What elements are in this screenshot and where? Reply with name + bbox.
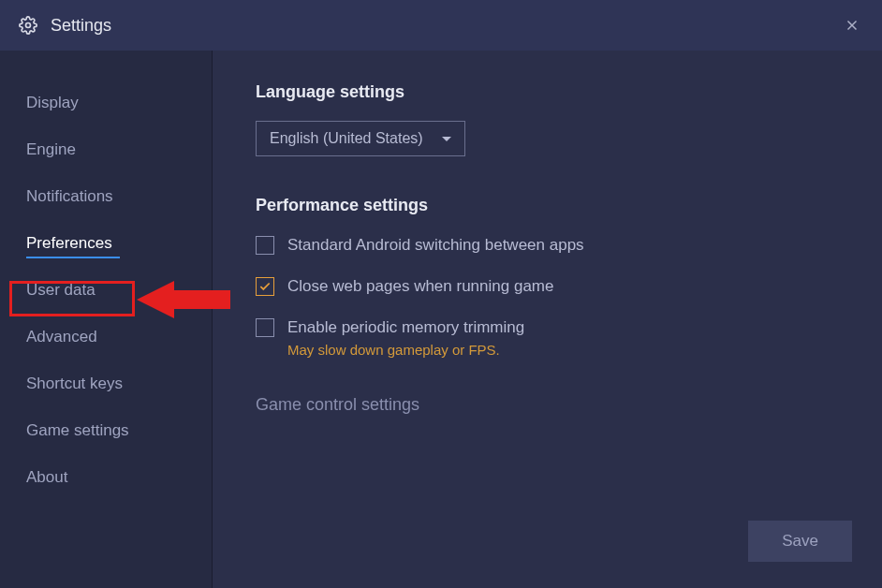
sidebar-item-user-data[interactable]: User data	[0, 270, 212, 311]
sidebar-item-shortcut-keys[interactable]: Shortcut keys	[0, 363, 212, 404]
gear-icon	[19, 16, 37, 35]
main-panel: Language settings English (United States…	[213, 51, 882, 588]
titlebar: Settings	[0, 0, 882, 51]
sidebar-item-preferences[interactable]: Preferences	[0, 223, 212, 264]
checkbox-row-standard-android: Standard Android switching between apps	[256, 234, 845, 257]
content-wrapper: Display Engine Notifications Preferences…	[0, 51, 882, 588]
sidebar-item-label: Display	[26, 94, 79, 111]
checkbox-warning: May slow down gameplay or FPS.	[287, 342, 524, 358]
sidebar-item-display[interactable]: Display	[0, 82, 212, 124]
checkbox-memory-trimming[interactable]	[256, 318, 274, 337]
save-button[interactable]: Save	[748, 521, 852, 562]
active-underline	[26, 257, 120, 258]
titlebar-left: Settings	[19, 16, 111, 36]
language-dropdown[interactable]: English (United States)	[256, 121, 465, 156]
sidebar-item-engine[interactable]: Engine	[0, 129, 212, 170]
checkbox-close-web-pages[interactable]	[256, 277, 274, 296]
language-dropdown-value: English (United States)	[270, 130, 423, 147]
performance-settings-heading: Performance settings	[256, 196, 845, 215]
sidebar-item-label: Notifications	[26, 187, 113, 205]
sidebar-item-notifications[interactable]: Notifications	[0, 176, 212, 217]
chevron-down-icon	[442, 137, 451, 141]
language-settings-heading: Language settings	[256, 82, 845, 102]
sidebar-item-advanced[interactable]: Advanced	[0, 316, 212, 358]
checkbox-label: Standard Android switching between apps	[287, 234, 584, 257]
checkbox-label: Enable periodic memory trimming	[287, 316, 524, 339]
sidebar-item-label: Shortcut keys	[26, 375, 123, 392]
sidebar-item-label: About	[26, 468, 67, 486]
window-title: Settings	[51, 16, 111, 36]
sidebar-item-label: Advanced	[26, 328, 97, 345]
sidebar-item-label: Preferences	[26, 234, 112, 252]
sidebar-item-about[interactable]: About	[0, 457, 212, 498]
sidebar-item-label: User data	[26, 281, 96, 299]
checkbox-row-memory-trimming: Enable periodic memory trimming May slow…	[256, 316, 845, 358]
game-control-settings-heading: Game control settings	[256, 395, 845, 415]
svg-point-0	[26, 23, 31, 28]
checkbox-label: Close web pages when running game	[287, 275, 553, 298]
sidebar-item-label: Game settings	[26, 421, 129, 439]
sidebar-item-label: Engine	[26, 140, 76, 158]
checkbox-standard-android[interactable]	[256, 236, 274, 255]
sidebar: Display Engine Notifications Preferences…	[0, 51, 213, 588]
close-button[interactable]	[841, 14, 863, 37]
sidebar-item-game-settings[interactable]: Game settings	[0, 410, 212, 451]
checkbox-row-close-web-pages: Close web pages when running game	[256, 275, 845, 298]
